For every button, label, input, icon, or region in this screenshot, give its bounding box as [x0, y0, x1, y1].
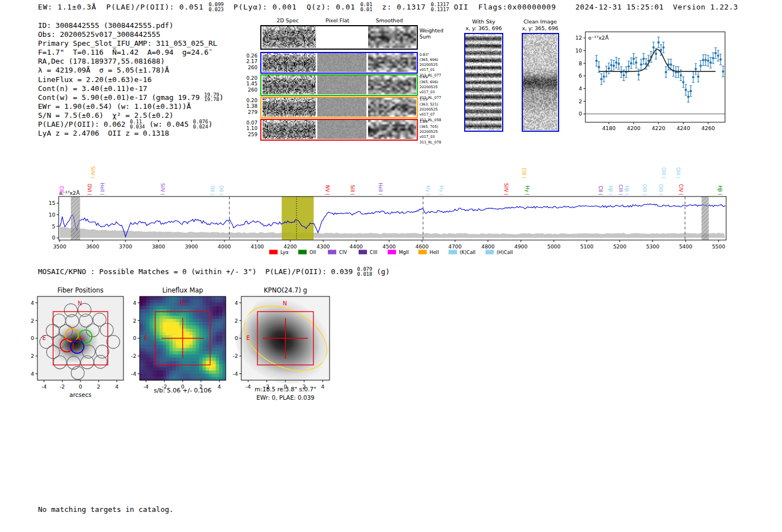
svg-text:3700: 3700 — [119, 243, 132, 250]
spectral-line-label: CIV ( — [678, 184, 684, 195]
svg-text:10: 10 — [49, 212, 55, 218]
spec2d-image — [263, 53, 316, 72]
spectral-line-label: OIII ( — [661, 167, 666, 179]
spec2d-col-header: Smoothed — [359, 17, 420, 23]
info-line-3: Primary Spec_Slot_IFU_AMP: 311_053_025_R… — [38, 39, 223, 48]
line-fit-plot: 02468101241804200422042404260e⁻¹⁷x2Å — [570, 28, 743, 137]
footer-line-1: No matching targets in catalog. — [38, 505, 174, 514]
north-label: N — [180, 300, 184, 306]
svg-text:5000: 5000 — [547, 243, 561, 250]
svg-text:4600: 4600 — [416, 243, 429, 250]
svg-text:4: 4 — [115, 384, 118, 390]
legend-item-label: OII — [309, 250, 316, 255]
svg-text:0: 0 — [31, 335, 34, 341]
svg-text:-4: -4 — [233, 371, 238, 377]
svg-text:5500: 5500 — [712, 243, 726, 250]
info-line-9: Cont(w) = 5.90(±0.01)e-17 (gmag 19.79 19… — [38, 93, 223, 102]
info-line-13: LyA z = 2.4706 OII z = 0.1318 — [38, 129, 223, 138]
spectral-line-label: SiIV ( — [90, 166, 96, 179]
mag-size-label: m:18.5 re:3.8" s:0.7" — [255, 386, 316, 392]
stacked-uncertainty: 0.13170.1317 — [431, 2, 449, 12]
svg-text:4100: 4100 — [251, 243, 264, 250]
sky-cutout-image — [465, 34, 502, 130]
spec2d-row-4 — [260, 119, 418, 141]
svg-text:4: 4 — [31, 300, 34, 306]
sb-ratio-label: s/b: 5.06 +/- 0.106 — [154, 387, 212, 394]
spectral-line-label: Hβ ( — [608, 185, 613, 195]
svg-text:10: 10 — [575, 47, 582, 54]
smoothed-image — [368, 53, 416, 72]
legend-item-label: (H)CaII — [497, 250, 513, 255]
spec2d-image — [263, 98, 316, 117]
svg-text:-4: -4 — [144, 384, 149, 390]
spectral-line-label: HeII ( — [378, 183, 383, 195]
svg-text:5100: 5100 — [580, 243, 594, 250]
svg-text:-4: -4 — [41, 384, 46, 390]
spectral-line-label: OII ( — [218, 185, 224, 195]
header-timestamp: 2024-12-31 15:25:01 Version 1.22.3 — [575, 3, 738, 11]
spectral-line-label: OIII ( — [658, 184, 664, 195]
spectral-line-label: OIII ( — [675, 167, 681, 179]
stacked-uncertainty: 0.010.01 — [360, 2, 373, 12]
smoothed-image — [368, 75, 416, 94]
stacked-uncertainty: 0.0790.018 — [357, 267, 372, 276]
clean-image-title: Clean Image — [507, 18, 574, 25]
svg-text:4180: 4180 — [602, 125, 616, 131]
east-label: E — [144, 335, 147, 341]
svg-text:2: 2 — [579, 98, 582, 104]
spec2d-row-2 — [260, 74, 418, 96]
east-label: E — [42, 335, 46, 341]
legend-item-label: (K)CaII — [460, 250, 475, 255]
svg-text:5: 5 — [52, 223, 55, 229]
sky-cutout — [464, 33, 503, 132]
svg-text:4260: 4260 — [702, 125, 715, 131]
full-spectrum-plot: 0510153500360037003800390040004100420043… — [34, 151, 754, 262]
svg-text:2: 2 — [31, 318, 34, 324]
svg-text:-2: -2 — [60, 384, 65, 390]
spectral-line-label: SiIV ( — [503, 183, 509, 195]
fiber-weight-labels: 0.201.38279 — [236, 98, 258, 116]
svg-text:-4: -4 — [31, 371, 34, 377]
svg-text:5300: 5300 — [646, 243, 660, 250]
east-label: E — [246, 335, 250, 341]
svg-text:0: 0 — [52, 234, 55, 241]
smoothed-image — [368, 120, 416, 139]
legend-item-label: CIII — [370, 250, 377, 255]
svg-text:4200: 4200 — [627, 125, 640, 131]
info-line-10: EWr = 1.90(±0.54) (w: 1.10(±0.31))Å — [38, 102, 223, 111]
spec2d-image — [263, 26, 316, 48]
svg-text:5200: 5200 — [613, 243, 627, 250]
weighted-sum-label: WeightedSum — [419, 28, 444, 40]
stacked-uncertainty: 0.110.034 — [130, 119, 145, 129]
svg-text:e⁻¹⁷x2Å: e⁻¹⁷x2Å — [588, 35, 609, 41]
info-line-1: ID: 3008442555 (3008442555.pdf) — [38, 21, 223, 30]
stacked-uncertainty: 19.7919.78 — [204, 93, 219, 102]
info-line-8: Cont(n) = 3.40(±0.11)e-17 — [38, 84, 223, 93]
pixel-flat-image — [317, 53, 366, 72]
svg-text:3600: 3600 — [86, 243, 99, 250]
info-line-5: RA,Dec (178.189377,55.081688) — [38, 57, 223, 66]
pixel-flat-image — [317, 75, 366, 94]
info-line-6: λ = 4219.09Å σ = 5.05(±1.78)Å — [38, 66, 223, 75]
svg-text:15: 15 — [49, 200, 55, 206]
spectral-line-label: Hγ ( — [524, 186, 530, 195]
spec2d-row-1 — [260, 52, 418, 74]
svg-text:4500: 4500 — [383, 243, 396, 250]
svg-text:4: 4 — [579, 85, 582, 92]
svg-text:4200: 4200 — [284, 243, 297, 250]
svg-text:4220: 4220 — [652, 125, 665, 131]
spectral-line-label: Hγ ( — [438, 186, 444, 195]
lineflux-title: Lineflux Map — [162, 286, 203, 294]
pixel-flat-image — [317, 98, 366, 117]
spectral-line-label: OII ( — [209, 185, 215, 195]
lineflux-panel: NE-4-4-2-2002244Lineflux Maps/b: 5.06 +/… — [131, 286, 226, 394]
clean-cutout-image — [523, 34, 557, 130]
stacked-uncertainty: 0.0760.024 — [193, 119, 208, 129]
svg-text:4900: 4900 — [514, 243, 528, 250]
svg-text:8: 8 — [579, 60, 582, 66]
legend-item-label: CIV — [339, 250, 347, 255]
spectral-line-label: NV ( — [325, 185, 330, 195]
smoothed-image — [368, 98, 416, 117]
svg-text:4: 4 — [235, 300, 238, 306]
svg-text:2: 2 — [133, 318, 136, 324]
